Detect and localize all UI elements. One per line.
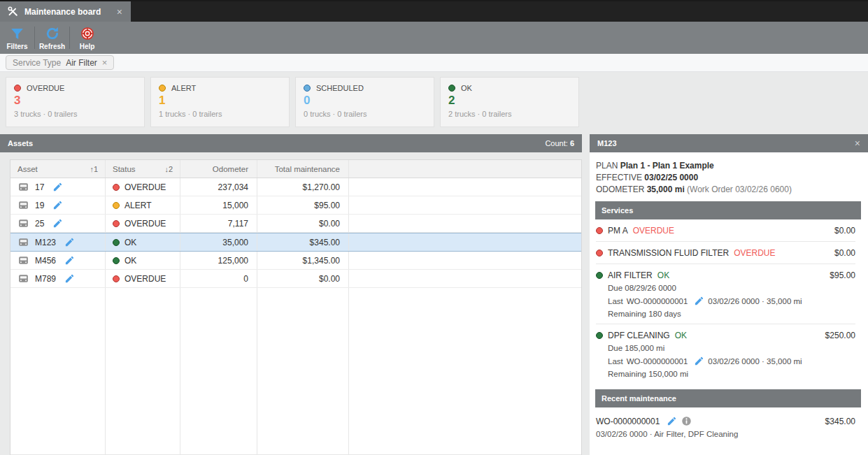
service-status: OK: [675, 331, 687, 340]
detail-title: M123: [597, 139, 617, 147]
table-row-selected[interactable]: M123 OK 35,000 $345.00: [10, 233, 581, 252]
column-header-asset[interactable]: Asset ↑1: [10, 160, 106, 178]
sort-asc-icon[interactable]: ↑1: [90, 165, 98, 173]
total-cell: $1,345.00: [257, 252, 349, 269]
tab-maintenance-board[interactable]: Maintenance board ×: [0, 1, 131, 22]
edit-pencil-icon[interactable]: [64, 273, 75, 284]
column-header-status[interactable]: Status ↓2: [106, 160, 180, 178]
table-row[interactable]: 19 ALERT 15,000 $95.00: [10, 196, 581, 215]
help-label: Help: [80, 43, 95, 50]
service-status: OVERDUE: [734, 248, 775, 258]
status-card-scheduled[interactable]: SCHEDULED 0 0 trucks · 0 trailers: [295, 77, 434, 127]
edit-pencil-icon[interactable]: [694, 296, 704, 306]
service-item: TRANSMISSION FLUID FILTER OVERDUE $0.00: [596, 242, 855, 264]
card-count: 0: [304, 94, 426, 108]
service-due: Due 08/29/26 0000: [608, 284, 855, 292]
status-dot-icon: [113, 184, 120, 191]
asset-id: 19: [35, 201, 44, 210]
work-order-link[interactable]: WO-0000000001: [627, 297, 688, 305]
service-price: $250.00: [825, 331, 855, 340]
total-cell: $1,270.00: [257, 178, 349, 196]
edit-pencil-icon[interactable]: [52, 200, 63, 210]
edit-pencil-icon[interactable]: [667, 416, 677, 426]
truck-icon: [17, 236, 29, 248]
edit-pencil-icon[interactable]: [52, 182, 63, 192]
service-name: AIR FILTER: [608, 270, 653, 280]
tools-icon: [7, 6, 19, 17]
toolbar-separator: [69, 27, 70, 49]
refresh-button[interactable]: Refresh: [36, 22, 69, 54]
status-cell: ALERT: [106, 196, 180, 214]
truck-icon: [17, 217, 29, 229]
toolbar: Filters Refresh Help: [0, 22, 868, 54]
filters-button[interactable]: Filters: [1, 22, 34, 54]
table-row[interactable]: M456 OK 125,000 $1,345.00: [10, 252, 581, 270]
help-button[interactable]: Help: [71, 22, 104, 54]
assets-panel: Assets Count: 6 Asset ↑1 Status ↓2 Odome…: [0, 134, 582, 455]
service-name: PM A: [608, 226, 628, 236]
truck-icon: [17, 199, 29, 211]
table-header-row: Asset ↑1 Status ↓2 Odometer Total mainte…: [10, 160, 581, 178]
filter-chip-service-type[interactable]: Service Type Air Filter ×: [6, 55, 114, 70]
service-item: AIR FILTER OK $95.00 Due 08/29/26 0000 L…: [596, 264, 855, 324]
tab-close-icon[interactable]: ×: [115, 7, 124, 17]
column-header-total-maintenance[interactable]: Total maintenance: [257, 160, 349, 178]
service-status: OK: [657, 270, 669, 280]
alert-dot-icon: [159, 85, 166, 92]
services-list: PM A OVERDUE $0.00 TRANSMISSION FLUID FI…: [590, 219, 868, 384]
help-lifebuoy-icon: [80, 25, 95, 42]
edit-pencil-icon[interactable]: [694, 356, 704, 366]
service-name: TRANSMISSION FLUID FILTER: [608, 248, 729, 258]
status-cards: OVERDUE 3 3 trucks · 0 trailers ALERT 1 …: [0, 72, 868, 133]
service-last-line: Last WO-0000000001 03/02/26 0000 · 35,00…: [608, 356, 855, 366]
odometer-cell: 125,000: [180, 252, 257, 269]
truck-icon: [17, 273, 29, 284]
info-icon[interactable]: [681, 416, 692, 426]
truck-icon: [17, 181, 29, 193]
recent-maintenance-item: WO-0000000001 $345.00 03/02/26 0000 · Ai…: [590, 407, 868, 438]
edit-pencil-icon[interactable]: [64, 237, 75, 247]
service-price: $0.00: [834, 248, 855, 258]
table-row[interactable]: M789 OVERDUE 0 $0.00: [10, 270, 581, 288]
chip-close-icon[interactable]: ×: [102, 58, 108, 67]
asset-id: 17: [35, 182, 44, 192]
edit-pencil-icon[interactable]: [64, 255, 75, 266]
table-row[interactable]: 25 OVERDUE 7,117 $0.00: [10, 215, 581, 233]
total-cell: $345.00: [257, 233, 349, 251]
asset-id: 25: [35, 219, 44, 229]
card-count: 1: [159, 94, 281, 108]
refresh-label: Refresh: [39, 43, 65, 50]
service-item: DPF CLEANING OK $250.00 Due 185,000 mi L…: [596, 324, 855, 384]
status-card-overdue[interactable]: OVERDUE 3 3 trucks · 0 trailers: [6, 77, 145, 127]
odometer-cell: 0: [180, 270, 257, 287]
main-area: Assets Count: 6 Asset ↑1 Status ↓2 Odome…: [0, 133, 868, 455]
sort-desc-icon[interactable]: ↓2: [164, 165, 173, 173]
column-header-empty: [349, 160, 581, 178]
edit-pencil-icon[interactable]: [52, 218, 63, 229]
toolbar-separator: [34, 27, 35, 49]
column-header-odometer[interactable]: Odometer: [180, 160, 257, 178]
service-price: $95.00: [830, 270, 855, 280]
card-label: OK: [461, 84, 472, 92]
status-dot-icon: [113, 202, 120, 209]
table-row[interactable]: 17 OVERDUE 237,034 $1,270.00: [10, 178, 581, 196]
card-detail: 1 trucks · 0 trailers: [159, 110, 281, 118]
filters-label: Filters: [6, 43, 27, 50]
detail-close-icon[interactable]: ×: [855, 138, 860, 149]
filter-funnel-icon: [10, 25, 24, 42]
status-cell: OK: [106, 252, 180, 269]
work-order-link[interactable]: WO-0000000001: [596, 417, 660, 426]
status-card-ok[interactable]: OK 2 2 trucks · 0 trailers: [440, 77, 579, 127]
card-detail: 3 trucks · 0 trailers: [14, 110, 136, 118]
table-empty-area: [10, 288, 581, 455]
status-dot-icon: [113, 257, 120, 264]
status-card-alert[interactable]: ALERT 1 1 trucks · 0 trailers: [150, 77, 290, 127]
card-label: ALERT: [171, 84, 196, 92]
work-order-link[interactable]: WO-0000000001: [627, 357, 688, 366]
service-status-dot-icon: [596, 227, 603, 234]
card-detail: 2 trucks · 0 trailers: [448, 110, 571, 118]
detail-panel-header: M123 ×: [590, 134, 868, 152]
total-cell: $0.00: [257, 215, 349, 232]
total-cell: $0.00: [257, 270, 349, 287]
status-cell: OVERDUE: [106, 178, 180, 196]
